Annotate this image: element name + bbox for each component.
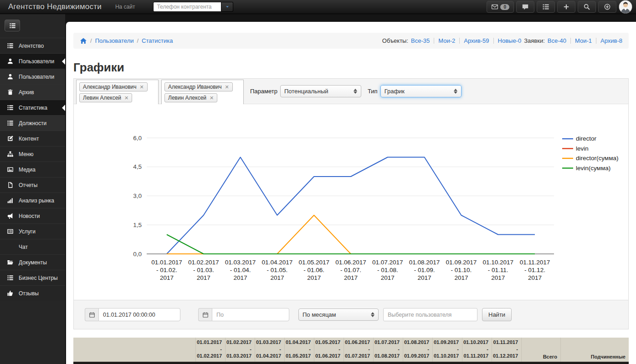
- sidebar-item-label: Агентство: [19, 43, 44, 49]
- top-bar: Агентство Недвижимости На сайт 0: [0, 0, 636, 14]
- plus-button[interactable]: [557, 1, 575, 13]
- sidebar-menu: АгентствоПользователиПользователиАрхивСт…: [0, 38, 65, 301]
- search-button[interactable]: [578, 1, 596, 13]
- sidebar-item-label: Услуги: [19, 228, 36, 235]
- series-line-4: [167, 235, 535, 254]
- contractor-phone-group: [153, 2, 233, 12]
- date-to-input[interactable]: [212, 308, 289, 321]
- on-site-link[interactable]: На сайт: [115, 4, 135, 10]
- list-icon: [6, 104, 14, 111]
- sidebar-item-11[interactable]: Анализ рынка: [0, 192, 65, 208]
- select-arrows-icon: [454, 89, 457, 94]
- type-select[interactable]: График: [380, 85, 462, 97]
- edit-icon: [6, 135, 14, 142]
- remove-tag-icon[interactable]: ✕: [124, 95, 128, 101]
- list-button[interactable]: [537, 1, 555, 13]
- sidebar-item-5[interactable]: Статистика: [0, 100, 65, 115]
- date-from-group: [85, 308, 180, 321]
- sidebar-item-12[interactable]: Новости: [0, 208, 65, 223]
- grouping-select[interactable]: По месяцам: [298, 308, 379, 321]
- line-chart: 0,01,53,04,56,001.01.2017- 01.02.201701.…: [74, 104, 628, 300]
- sidebar-item-17[interactable]: Отзывы: [0, 285, 65, 301]
- list-alt-icon: [6, 228, 14, 235]
- param-select[interactable]: Потенциальный: [280, 85, 361, 97]
- breadcrumb-users[interactable]: Пользователи: [95, 37, 134, 44]
- comment-button[interactable]: [516, 1, 534, 13]
- sidebar-item-7[interactable]: Контент: [0, 131, 65, 146]
- date-to-group: [198, 308, 289, 321]
- table-body-row: [73, 362, 629, 364]
- user-search-input[interactable]: [383, 308, 477, 321]
- sidebar-item-14[interactable]: Чат: [0, 239, 65, 254]
- active-item-arrow: [62, 58, 65, 65]
- remove-tag-icon[interactable]: ✕: [140, 84, 144, 90]
- sidebar-item-label: Архив: [19, 89, 34, 96]
- contractor-phone-input[interactable]: [153, 2, 221, 12]
- breadcrumb-statistics[interactable]: Статистика: [142, 37, 173, 44]
- user-avatar[interactable]: [619, 0, 632, 14]
- statistics-table: 01.01.2017-01.02.201701.02.2017-01.03.20…: [73, 338, 629, 364]
- y-tick-label: 3,0: [133, 192, 142, 199]
- sidebar-item-label: Бизнес Центры: [19, 275, 58, 281]
- find-button[interactable]: Найти: [482, 308, 512, 321]
- requests-link-1[interactable]: Все-40: [548, 37, 566, 44]
- objects-link-3[interactable]: Архив-59: [464, 37, 489, 44]
- table-col-period-10: 01.10.2017-01.11.2017: [462, 338, 492, 362]
- y-tick-label: 6,0: [133, 135, 142, 142]
- table-col-subordinates: Подчиненные: [560, 338, 629, 362]
- y-tick-label: 4,5: [133, 163, 142, 170]
- table-col-period-8: 01.08.2017-01.09.2017: [403, 338, 432, 362]
- menu-icon: [9, 22, 16, 29]
- sidebar-item-8[interactable]: Меню: [0, 146, 65, 162]
- sidebar-item-10[interactable]: Отчеты: [0, 177, 65, 192]
- table-col-period-3: 01.03.2017-01.04.2017: [255, 338, 284, 362]
- objects-link-2[interactable]: Мои-2: [438, 37, 455, 44]
- users-multiselect-1[interactable]: Александр Иванович✕Левин Алексей✕: [76, 80, 159, 105]
- megaphone-icon: [6, 212, 14, 220]
- sidebar-item-6[interactable]: Должности: [0, 115, 65, 131]
- period-filter-row: По месяцам Найти: [74, 300, 628, 329]
- users-multiselect-2[interactable]: Александр Иванович✕Левин Алексей✕: [161, 80, 244, 105]
- mail-button[interactable]: 0: [487, 1, 514, 13]
- sidebar-item-4[interactable]: Архив: [0, 84, 65, 100]
- sidebar-toggle-button[interactable]: [5, 20, 20, 31]
- remove-tag-icon[interactable]: ✕: [210, 95, 214, 101]
- sidebar-item-2[interactable]: Пользователи: [0, 53, 65, 69]
- user-tag: Александр Иванович✕: [164, 82, 233, 91]
- x-tick-label: 01.04.2017- 01.05.2017: [262, 259, 293, 281]
- objects-link-1[interactable]: Все-35: [411, 37, 430, 44]
- sidebar-item-label: Новости: [19, 213, 40, 219]
- user-icon: [6, 73, 14, 81]
- table-col-period-9: 01.09.2017-01.10.2017: [432, 338, 462, 362]
- user-tag: Левин Алексей✕: [164, 93, 217, 102]
- sidebar-item-9[interactable]: Медиа: [0, 162, 65, 177]
- requests-link-2[interactable]: Мои-1: [575, 37, 592, 44]
- phone-dropdown-button[interactable]: [221, 2, 233, 12]
- calendar-icon[interactable]: [85, 308, 98, 321]
- calendar-icon[interactable]: [198, 308, 212, 321]
- sidebar-item-15[interactable]: Документы: [0, 254, 65, 270]
- sidebar-item-label: Статистика: [19, 105, 47, 111]
- sidebar-item-label: Отзывы: [19, 290, 39, 297]
- table-col-name: [73, 338, 195, 362]
- sidebar-item-3[interactable]: Пользователи: [0, 69, 65, 84]
- objects-link-4[interactable]: Новые-0: [498, 37, 522, 44]
- series-line-1: [167, 157, 535, 254]
- requests-link-3[interactable]: Архив-8: [600, 37, 622, 44]
- folder-icon: [6, 259, 14, 266]
- sidebar-item-16[interactable]: Бизнес Центры: [0, 270, 65, 285]
- plus-circle-button[interactable]: [598, 1, 616, 13]
- home-icon[interactable]: [80, 37, 87, 45]
- sidebar-item-1[interactable]: Агентство: [0, 38, 65, 53]
- table-col-period-11: 01.11.2017-01.12.2017: [492, 338, 521, 362]
- chart-filter-row: Александр Иванович✕Левин Алексей✕ Алекса…: [74, 79, 628, 104]
- sitemap-icon: [6, 151, 14, 158]
- search-icon: [583, 3, 590, 10]
- remove-tag-icon[interactable]: ✕: [225, 84, 229, 90]
- param-label: Параметр: [250, 88, 277, 95]
- objects-label: Объекты:: [382, 37, 408, 44]
- user-tag-label: Левин Алексей: [83, 95, 121, 101]
- table-col-period-1: 01.01.2017-01.02.2017: [195, 338, 225, 362]
- date-from-input[interactable]: [98, 308, 180, 321]
- sidebar-item-13[interactable]: Услуги: [0, 223, 65, 239]
